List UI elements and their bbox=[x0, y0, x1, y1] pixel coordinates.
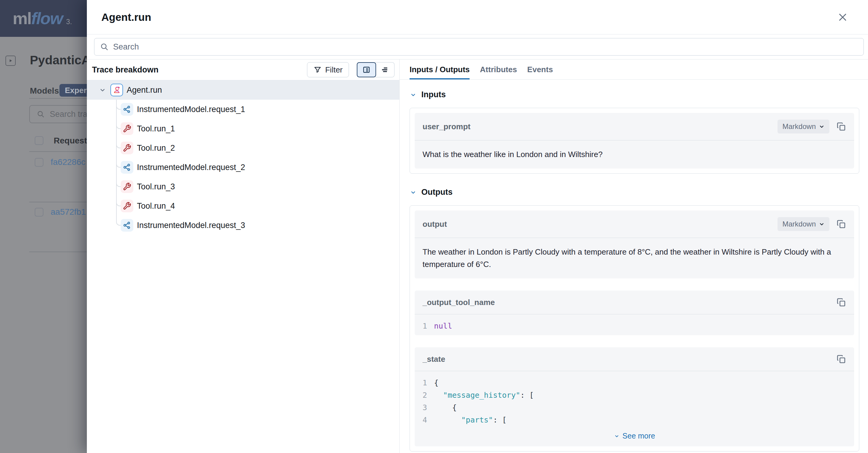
list-view-icon bbox=[362, 65, 371, 74]
tree-node-label: InstrumentedModel.request_3 bbox=[137, 221, 245, 230]
tree-node-agent-run[interactable]: Agent.run bbox=[87, 80, 399, 100]
chevron-down-icon[interactable] bbox=[99, 86, 106, 94]
format-value: Markdown bbox=[782, 220, 816, 228]
span-details-panel: Inputs / Outputs Attributes Events Input… bbox=[400, 59, 868, 453]
timeline-view-toggle[interactable] bbox=[375, 62, 395, 77]
trace-breakdown-title: Trace breakdown bbox=[92, 65, 307, 75]
copy-button[interactable] bbox=[836, 121, 846, 132]
tree-node-model-request-1[interactable]: InstrumentedModel.request_1 bbox=[87, 100, 399, 119]
state-code: 1{ 2 "message_history": [ 3 { 4 "parts":… bbox=[415, 371, 854, 429]
mlflow-logo[interactable]: ml flow 3. bbox=[13, 8, 72, 28]
details-tabs: Inputs / Outputs Attributes Events bbox=[400, 59, 868, 80]
tree-node-tool-run-2[interactable]: Tool.run_2 bbox=[87, 138, 399, 158]
tab-models[interactable]: Models bbox=[30, 86, 59, 96]
code-line: 3 { bbox=[423, 401, 846, 414]
gantt-view-icon bbox=[381, 65, 389, 74]
trace-link[interactable]: aa572fb1 bbox=[51, 207, 86, 217]
tree-node-model-request-2[interactable]: InstrumentedModel.request_2 bbox=[87, 158, 399, 177]
tree-node-label: Agent.run bbox=[127, 85, 162, 95]
model-span-icon bbox=[121, 219, 133, 232]
tree-view-toggle[interactable] bbox=[357, 62, 376, 77]
field-name: _state bbox=[423, 355, 829, 364]
search-icon bbox=[100, 42, 109, 51]
state-panel: _state 1{ 2 "message_history": [ 3 { bbox=[415, 347, 854, 446]
logo-version: 3. bbox=[66, 18, 72, 26]
trace-detail-modal: Agent.run Trace breakdown Filter bbox=[87, 0, 868, 453]
tree-node-label: InstrumentedModel.request_2 bbox=[137, 163, 245, 172]
copy-button[interactable] bbox=[836, 219, 846, 229]
outputs-section-toggle[interactable]: Outputs bbox=[409, 188, 859, 197]
code-line: 2 "message_history": [ bbox=[423, 389, 846, 401]
tab-inputs-outputs[interactable]: Inputs / Outputs bbox=[409, 59, 470, 79]
code-line: 1null bbox=[423, 320, 846, 332]
span-search-field[interactable] bbox=[94, 38, 864, 56]
model-span-icon bbox=[121, 103, 133, 116]
search-input[interactable] bbox=[113, 42, 858, 52]
details-content: Inputs user_prompt Markdown bbox=[400, 80, 868, 453]
chevron-down-icon bbox=[409, 189, 417, 196]
close-button[interactable] bbox=[836, 10, 849, 24]
modal-header: Agent.run bbox=[87, 0, 868, 34]
row-checkbox[interactable] bbox=[35, 158, 43, 167]
trace-breakdown-header: Trace breakdown Filter bbox=[87, 59, 399, 80]
output-panel: output Markdown bbox=[415, 210, 854, 278]
logo-text-flow: flow bbox=[31, 8, 62, 28]
output-header: output Markdown bbox=[415, 210, 854, 238]
row-checkbox[interactable] bbox=[35, 208, 43, 217]
copy-button[interactable] bbox=[836, 354, 846, 364]
tree-node-label: InstrumentedModel.request_1 bbox=[137, 105, 245, 114]
tree-node-label: Tool.run_1 bbox=[137, 124, 175, 134]
search-traces-placeholder: Search tra bbox=[50, 110, 88, 119]
sidebar-collapse-icon[interactable] bbox=[5, 56, 16, 66]
tree-node-label: Tool.run_3 bbox=[137, 182, 175, 192]
copy-button[interactable] bbox=[836, 297, 846, 307]
tool-span-icon bbox=[121, 142, 133, 154]
column-header-request[interactable]: Request bbox=[54, 136, 87, 146]
chevron-down-icon bbox=[614, 433, 620, 439]
tree-node-tool-run-4[interactable]: Tool.run_4 bbox=[87, 196, 399, 216]
code-line: 1{ bbox=[423, 376, 846, 389]
select-all-checkbox[interactable] bbox=[35, 136, 43, 145]
outputs-card: output Markdown bbox=[409, 205, 859, 452]
state-header: _state bbox=[415, 347, 854, 371]
tool-span-icon bbox=[121, 200, 133, 212]
user-prompt-panel: user_prompt Markdown bbox=[415, 113, 854, 169]
tree-node-tool-run-1[interactable]: Tool.run_1 bbox=[87, 119, 399, 138]
filter-button[interactable]: Filter bbox=[307, 62, 349, 77]
trace-breakdown-panel: Trace breakdown Filter bbox=[87, 59, 400, 453]
experiment-title: PydanticA bbox=[30, 53, 91, 67]
tab-attributes[interactable]: Attributes bbox=[480, 59, 517, 79]
filter-icon bbox=[313, 65, 322, 74]
modal-body: Trace breakdown Filter bbox=[87, 59, 868, 453]
tree-node-label: Tool.run_4 bbox=[137, 201, 175, 211]
modal-search-row bbox=[87, 34, 868, 59]
format-select[interactable]: Markdown bbox=[777, 217, 829, 231]
tab-events[interactable]: Events bbox=[527, 59, 553, 79]
user-prompt-header: user_prompt Markdown bbox=[415, 113, 854, 140]
tool-span-icon bbox=[121, 122, 133, 135]
tree-node-model-request-3[interactable]: InstrumentedModel.request_3 bbox=[87, 216, 399, 235]
see-more-label: See more bbox=[622, 431, 655, 440]
filter-label: Filter bbox=[325, 65, 343, 75]
model-span-icon bbox=[121, 161, 133, 174]
copy-icon bbox=[836, 219, 846, 229]
chevron-down-icon bbox=[409, 91, 417, 98]
output-tool-name-header: _output_tool_name bbox=[415, 290, 854, 314]
chevron-down-icon bbox=[819, 124, 825, 130]
span-tree: Agent.run InstrumentedModel.request_1 To… bbox=[87, 80, 399, 453]
chevron-down-icon bbox=[819, 221, 825, 227]
trace-link[interactable]: fa62286c bbox=[51, 157, 85, 167]
inputs-section-title: Inputs bbox=[421, 90, 446, 100]
see-more-link[interactable]: See more bbox=[415, 429, 854, 446]
field-name: _output_tool_name bbox=[423, 298, 829, 307]
copy-icon bbox=[836, 298, 846, 307]
format-select[interactable]: Markdown bbox=[777, 120, 829, 134]
tree-node-tool-run-3[interactable]: Tool.run_3 bbox=[87, 177, 399, 196]
outputs-section-title: Outputs bbox=[421, 188, 453, 197]
field-name: output bbox=[423, 220, 777, 229]
inputs-section-toggle[interactable]: Inputs bbox=[409, 90, 859, 100]
logo-text-ml: ml bbox=[13, 8, 31, 28]
close-icon bbox=[838, 12, 848, 22]
field-name: user_prompt bbox=[423, 122, 777, 131]
agent-span-icon bbox=[111, 84, 123, 96]
